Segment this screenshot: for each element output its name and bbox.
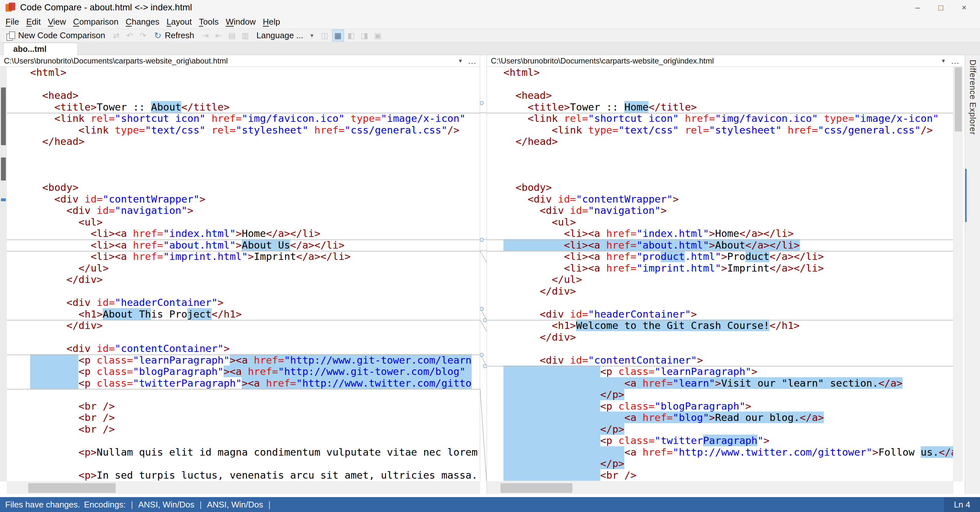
app-icon (5, 2, 16, 13)
menu-item-comparison[interactable]: Comparison (70, 17, 122, 27)
code-line: </p> (487, 424, 953, 435)
code-line: <body> (487, 182, 953, 193)
right-vertical-scrollbar[interactable] (953, 67, 963, 482)
line-indicator: Ln 4 (944, 497, 980, 512)
difference-explorer-label: Difference Explorer (968, 60, 977, 135)
code-line: </div> (7, 320, 480, 332)
refresh-button[interactable]: Refresh (150, 29, 198, 41)
right-file-path[interactable]: C:\Users\brunobrito\Documents\carparts-w… (491, 56, 937, 65)
menu-item-layout[interactable]: Layout (163, 17, 195, 27)
code-line: <head> (7, 90, 480, 101)
code-line: <html> (487, 67, 953, 78)
code-line (7, 286, 480, 297)
change-map-block (1, 158, 6, 180)
scrollbar-thumb[interactable] (501, 483, 573, 493)
code-line: <a href="learn">Visit our "learn" sectio… (487, 378, 953, 389)
left-horizontal-scrollbar[interactable] (7, 482, 480, 494)
code-line (487, 159, 953, 171)
code-line: <p class="learnParagraph"><a href="http:… (7, 354, 480, 366)
code-line: <div id="navigation"> (7, 205, 480, 217)
menu-item-changes[interactable]: Changes (122, 17, 163, 27)
left-path-more-button[interactable] (466, 56, 478, 65)
code-line: <li><a href="about.html">About</a></li> (487, 239, 953, 251)
code-line: </div> (487, 332, 953, 343)
view-group-a-icon: ◫ (319, 29, 331, 41)
status-bar: Files have changes. Encodings: ANSI, Win… (0, 497, 980, 512)
code-line (487, 343, 953, 354)
code-line: <li><a href="imprint.html">Imprint</a></… (487, 263, 953, 274)
code-line (7, 171, 480, 182)
encodings-label: Encodings: (84, 500, 126, 510)
tab-about-html[interactable]: abo...tml (3, 43, 78, 55)
code-line: <div id="headerContainer"> (7, 297, 480, 308)
menu-item-view[interactable]: View (45, 17, 70, 27)
code-line: </p> (487, 458, 953, 469)
view-group-b-icon[interactable]: ▦ (332, 29, 344, 41)
new-code-comparison-button[interactable]: New Code Comparison (3, 29, 109, 41)
diff-workspace: C:\Users\brunobrito\Documents\carparts-w… (0, 55, 980, 497)
code-line: <h1>About This Project</h1> (7, 308, 480, 320)
code-line: </ul> (7, 263, 480, 274)
menu-item-help[interactable]: Help (259, 17, 283, 27)
merge-group-icon: ▥ (239, 29, 251, 41)
new-comparison-icon (6, 31, 15, 40)
change-map-current-marker (1, 198, 6, 201)
view-group-c-icon: ◧ (345, 29, 357, 41)
right-horizontal-scrollbar[interactable] (487, 482, 953, 494)
window-title: Code Compare - about.html <-> index.html (20, 2, 192, 13)
maximize-icon[interactable]: □ (934, 3, 948, 12)
code-line: <ul> (487, 217, 953, 228)
code-line: <p class="blogParagraph"> (487, 400, 953, 412)
code-line (487, 78, 953, 90)
change-map[interactable] (0, 67, 7, 482)
menu-item-edit[interactable]: Edit (23, 17, 45, 27)
scrollbar-thumb[interactable] (28, 483, 116, 493)
code-line (487, 171, 953, 182)
close-icon[interactable]: × (957, 3, 971, 12)
merge-group-icon: ▤ (226, 29, 238, 41)
window-controls: – □ × (911, 3, 975, 12)
diff-connector-area (480, 55, 487, 494)
menubar: FileEditViewComparisonChangesLayoutTools… (0, 15, 980, 29)
refresh-label: Refresh (165, 30, 194, 40)
code-line: <br /> (7, 424, 480, 435)
code-line: </div> (487, 286, 953, 297)
new-code-comparison-label: New Code Comparison (18, 30, 105, 40)
encoding-indicator: ANSI, Win/Dos (126, 500, 194, 510)
right-path-more-button[interactable] (949, 56, 961, 65)
difference-explorer-accent (965, 169, 967, 222)
code-line (7, 435, 480, 447)
menu-item-window[interactable]: Window (222, 17, 259, 27)
code-line: <div id="navigation"> (487, 205, 953, 217)
code-line: <title>Tower :: About</title> (7, 101, 480, 113)
right-code-editor[interactable]: <html> <head> <title>Tower :: Home</titl… (487, 67, 953, 482)
menu-item-tools[interactable]: Tools (195, 17, 222, 27)
right-pane-header: C:\Users\brunobrito\Documents\carparts-w… (487, 55, 963, 67)
toolbar: New Code Comparison⇄↶↷Refresh⇥⇤▤▥Languag… (0, 29, 980, 43)
scrollbar-thumb[interactable] (955, 67, 962, 132)
code-line: <li><a href="about.html">About Us</a></l… (7, 239, 480, 251)
code-line: </p> (487, 389, 953, 400)
navigate-group-icon: ↶ (124, 29, 136, 41)
code-line: <br /> (7, 400, 480, 412)
left-file-path[interactable]: C:\Users\brunobrito\Documents\carparts-w… (4, 56, 455, 65)
code-line: <p class="learnParagraph"> (487, 366, 953, 378)
minimize-icon[interactable]: – (911, 3, 924, 12)
code-line: <p class="blogParagraph"><a href="http:/… (7, 366, 480, 378)
code-line: <li><a href="imprint.html">Imprint</a></… (7, 251, 480, 263)
tab-label: abo...tml (13, 45, 47, 54)
merge-group-icon: ⇥ (199, 29, 211, 41)
code-line: <p>Nullam quis elit id magna condimentum… (7, 447, 480, 458)
left-path-dropdown-icon[interactable] (455, 56, 466, 65)
code-line: <html> (7, 67, 480, 78)
difference-explorer-panel[interactable]: Difference Explorer (965, 55, 980, 494)
left-code-editor[interactable]: <html> <head> <title>Tower :: About</tit… (7, 67, 480, 482)
right-path-dropdown-icon[interactable] (937, 56, 949, 65)
code-line: <title>Tower :: Home</title> (487, 101, 953, 113)
language-button[interactable]: Language ... (252, 29, 317, 41)
status-message: Files have changes. (5, 500, 80, 510)
code-line: </ul> (487, 274, 953, 286)
menu-item-file[interactable]: File (2, 17, 23, 27)
code-line (7, 147, 480, 159)
encoding-indicator: ANSI, Win/Dos (194, 500, 270, 510)
